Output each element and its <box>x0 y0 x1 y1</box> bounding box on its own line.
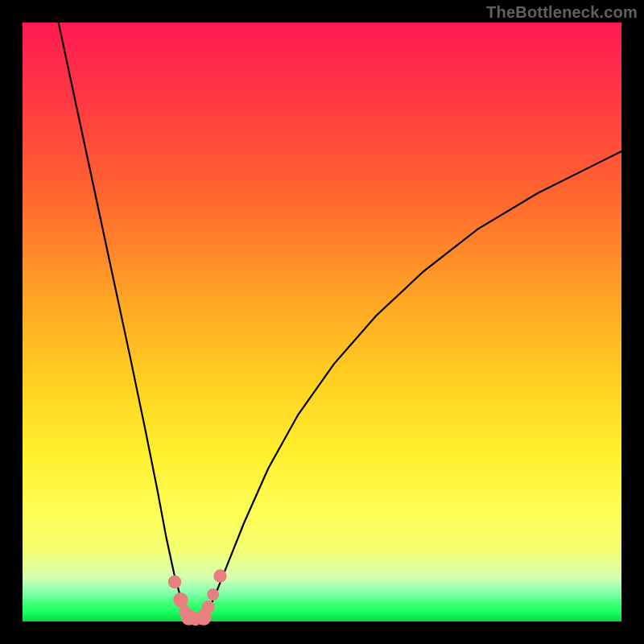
curve-right-branch <box>204 151 621 619</box>
valley-marker <box>201 601 214 613</box>
curve-layer <box>23 23 621 621</box>
valley-marker <box>173 592 188 608</box>
valley-marker <box>213 569 226 582</box>
plot-area <box>23 23 621 621</box>
valley-marker <box>207 588 219 601</box>
valley-marker <box>168 576 181 588</box>
watermark-text: TheBottleneck.com <box>486 3 638 22</box>
curve-left-branch <box>59 23 189 619</box>
chart-stage: TheBottleneck.com <box>0 0 644 644</box>
valley-markers <box>168 569 227 625</box>
